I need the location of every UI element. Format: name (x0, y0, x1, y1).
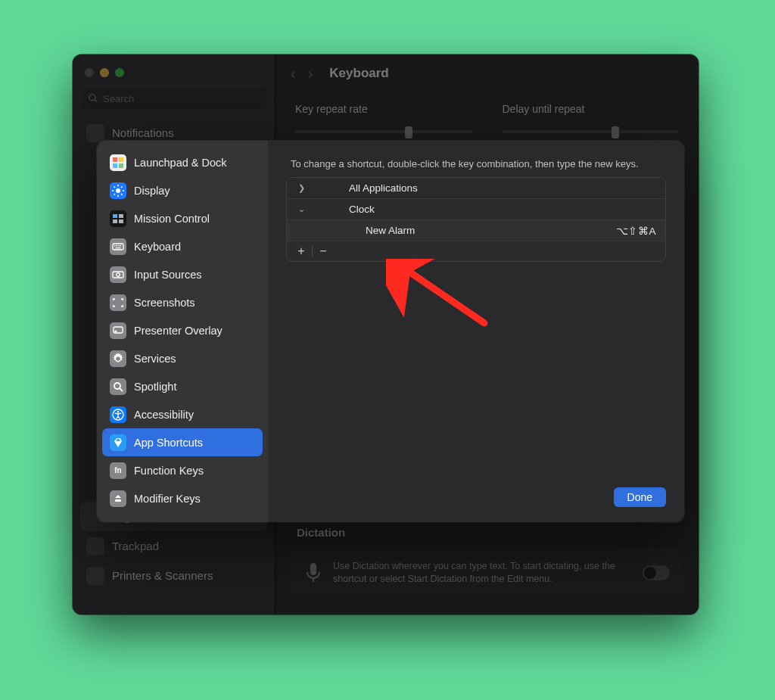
magnifier-icon (110, 378, 126, 395)
svg-rect-14 (119, 214, 123, 218)
accessibility-icon (110, 406, 126, 423)
svg-rect-16 (119, 219, 123, 223)
svg-rect-0 (113, 157, 117, 162)
row-all-applications[interactable]: ❯ All Applications (287, 178, 665, 199)
add-shortcut-button[interactable]: + (294, 244, 309, 259)
category-input-sources[interactable]: Input Sources (102, 260, 263, 288)
category-services[interactable]: Services (102, 344, 263, 372)
category-label: Mission Control (134, 213, 210, 225)
category-accessibility[interactable]: Accessibility (102, 400, 263, 428)
svg-rect-13 (113, 214, 117, 218)
svg-point-27 (114, 383, 120, 389)
category-mission-control[interactable]: Mission Control (102, 204, 263, 232)
category-label: Function Keys (134, 465, 204, 477)
presenter-icon (110, 322, 126, 339)
row-new-alarm[interactable]: New Alarm ⌥⇧⌘A (287, 220, 665, 241)
app-shortcuts-icon (110, 434, 126, 451)
category-label: Input Sources (134, 269, 201, 281)
category-label: Accessibility (134, 409, 194, 421)
fn-key-icon: fn (110, 462, 126, 479)
svg-rect-15 (113, 219, 117, 223)
svg-line-9 (114, 186, 116, 188)
remove-shortcut-button[interactable]: − (316, 244, 331, 259)
shortcut-editor-pane: To change a shortcut, double-click the k… (268, 141, 684, 522)
shortcut-category-list: Launchpad & Dock Display Mission Control… (97, 141, 268, 522)
svg-rect-1 (119, 157, 123, 162)
category-display[interactable]: Display (102, 176, 263, 204)
gear-icon (110, 350, 126, 367)
svg-rect-18 (114, 245, 116, 247)
svg-line-10 (121, 194, 123, 195)
svg-line-28 (120, 388, 123, 391)
category-label: Launchpad & Dock (134, 157, 227, 169)
category-presenter-overlay[interactable]: Presenter Overlay (102, 316, 263, 344)
category-keyboard[interactable]: Keyboard (102, 232, 263, 260)
category-label: Keyboard (134, 241, 181, 253)
input-sources-icon (110, 266, 126, 283)
category-app-shortcuts[interactable]: App Shortcuts (102, 428, 263, 456)
keyboard-shortcuts-sheet: Launchpad & Dock Display Mission Control… (97, 141, 684, 522)
shortcut-key-combo[interactable]: ⌥⇧⌘A (616, 225, 656, 237)
chevron-down-icon: ⌄ (296, 204, 307, 214)
shortcut-table-footer: + − (287, 241, 665, 261)
category-label: Display (134, 185, 170, 197)
svg-point-30 (117, 410, 120, 412)
screenshots-icon (110, 294, 126, 311)
svg-line-11 (114, 194, 116, 195)
shortcut-table: ❯ All Applications ⌄ Clock New Alarm ⌥⇧⌘… (286, 177, 666, 262)
chevron-right-icon: ❯ (296, 183, 307, 193)
svg-rect-2 (113, 163, 117, 168)
category-label: Screenshots (134, 297, 195, 309)
svg-rect-17 (113, 244, 123, 250)
category-label: Spotlight (134, 381, 176, 393)
shortcut-name: New Alarm (366, 225, 616, 236)
shortcut-instructions: To change a shortcut, double-click the k… (286, 157, 666, 177)
row-clock[interactable]: ⌄ Clock (287, 199, 665, 220)
svg-line-12 (121, 186, 123, 188)
keyboard-icon (110, 238, 126, 255)
svg-point-24 (117, 272, 120, 276)
svg-rect-22 (116, 247, 121, 248)
svg-point-4 (116, 188, 120, 193)
category-label: App Shortcuts (134, 437, 203, 449)
category-label: Services (134, 353, 176, 365)
category-label: Presenter Overlay (134, 325, 223, 337)
done-button[interactable]: Done (614, 487, 666, 507)
svg-rect-21 (120, 245, 122, 247)
category-label: Modifier Keys (134, 493, 201, 505)
mission-control-icon (110, 210, 126, 227)
brightness-icon (110, 182, 126, 199)
launchpad-icon (110, 154, 126, 171)
category-launchpad-dock[interactable]: Launchpad & Dock (102, 148, 263, 176)
modifier-keys-icon (110, 490, 126, 507)
svg-rect-3 (119, 163, 123, 168)
svg-rect-19 (117, 245, 118, 247)
category-spotlight[interactable]: Spotlight (102, 372, 263, 400)
category-modifier-keys[interactable]: Modifier Keys (102, 484, 263, 512)
category-screenshots[interactable]: Screenshots (102, 288, 263, 316)
svg-rect-31 (115, 499, 121, 502)
svg-rect-20 (118, 245, 120, 247)
svg-point-26 (114, 330, 117, 332)
category-function-keys[interactable]: fn Function Keys (102, 456, 263, 484)
